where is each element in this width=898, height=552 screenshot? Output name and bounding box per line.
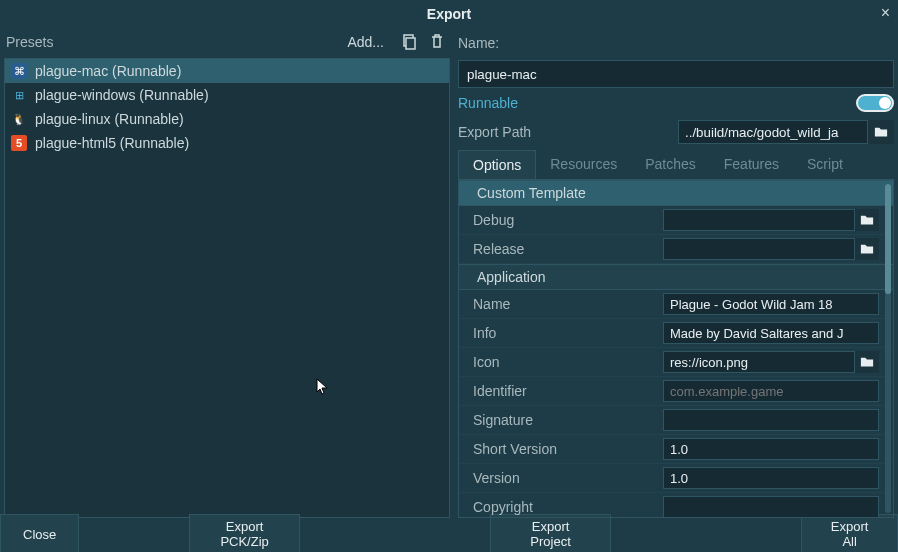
tab-options[interactable]: Options	[458, 150, 536, 179]
signature-label: Signature	[473, 412, 663, 428]
runnable-label: Runnable	[458, 95, 856, 111]
window-title: Export	[427, 6, 471, 22]
short-version-label: Short Version	[473, 441, 663, 457]
preset-item-mac[interactable]: ⌘ plague-mac (Runnable)	[5, 59, 449, 83]
preset-name-input[interactable]	[458, 60, 894, 88]
tabs: Options Resources Patches Features Scrip…	[458, 150, 894, 180]
preset-item-label: plague-html5 (Runnable)	[35, 135, 189, 151]
release-label: Release	[473, 241, 663, 257]
app-info-input[interactable]	[663, 322, 879, 344]
html5-icon: 5	[11, 135, 27, 151]
runnable-toggle[interactable]	[856, 94, 894, 112]
release-browse-button[interactable]	[855, 238, 879, 260]
preset-item-windows[interactable]: ⊞ plague-windows (Runnable)	[5, 83, 449, 107]
identifier-input[interactable]	[663, 380, 879, 402]
preset-item-label: plague-windows (Runnable)	[35, 87, 209, 103]
copy-preset-icon[interactable]	[398, 31, 420, 53]
delete-preset-icon[interactable]	[426, 31, 448, 53]
export-path-label: Export Path	[458, 124, 678, 140]
app-icon-browse-button[interactable]	[855, 351, 879, 373]
export-path-browse-button[interactable]	[868, 120, 894, 144]
tab-script[interactable]: Script	[793, 150, 857, 179]
options-panel: Custom Template Debug Release Applicatio…	[458, 180, 894, 518]
close-icon[interactable]: ×	[881, 4, 890, 22]
tab-features[interactable]: Features	[710, 150, 793, 179]
mac-icon: ⌘	[11, 63, 27, 79]
identifier-label: Identifier	[473, 383, 663, 399]
version-label: Version	[473, 470, 663, 486]
export-project-button[interactable]: Export Project	[490, 514, 611, 552]
copyright-input[interactable]	[663, 496, 879, 518]
presets-label: Presets	[6, 34, 347, 50]
copyright-label: Copyright	[473, 499, 663, 515]
preset-item-linux[interactable]: 🐧 plague-linux (Runnable)	[5, 107, 449, 131]
svg-rect-1	[406, 38, 415, 49]
scrollbar[interactable]	[885, 184, 891, 513]
add-preset-button[interactable]: Add...	[347, 34, 384, 50]
app-name-input[interactable]	[663, 293, 879, 315]
windows-icon: ⊞	[11, 87, 27, 103]
name-label: Name:	[458, 35, 499, 51]
section-application[interactable]: Application	[459, 264, 893, 290]
export-path-input[interactable]	[678, 120, 868, 144]
version-input[interactable]	[663, 467, 879, 489]
app-name-label: Name	[473, 296, 663, 312]
preset-list: ⌘ plague-mac (Runnable) ⊞ plague-windows…	[4, 58, 450, 518]
tab-resources[interactable]: Resources	[536, 150, 631, 179]
app-icon-label: Icon	[473, 354, 663, 370]
export-all-button[interactable]: Export All	[801, 514, 898, 552]
short-version-input[interactable]	[663, 438, 879, 460]
debug-input[interactable]	[663, 209, 855, 231]
export-pck-button[interactable]: Export PCK/Zip	[189, 514, 300, 552]
app-icon-input[interactable]	[663, 351, 855, 373]
debug-browse-button[interactable]	[855, 209, 879, 231]
preset-item-html5[interactable]: 5 plague-html5 (Runnable)	[5, 131, 449, 155]
linux-icon: 🐧	[11, 111, 27, 127]
debug-label: Debug	[473, 212, 663, 228]
preset-item-label: plague-mac (Runnable)	[35, 63, 181, 79]
section-custom-template[interactable]: Custom Template	[459, 180, 893, 206]
tab-patches[interactable]: Patches	[631, 150, 710, 179]
scroll-thumb[interactable]	[885, 184, 891, 294]
release-input[interactable]	[663, 238, 855, 260]
preset-item-label: plague-linux (Runnable)	[35, 111, 184, 127]
close-button[interactable]: Close	[0, 514, 79, 552]
app-info-label: Info	[473, 325, 663, 341]
signature-input[interactable]	[663, 409, 879, 431]
